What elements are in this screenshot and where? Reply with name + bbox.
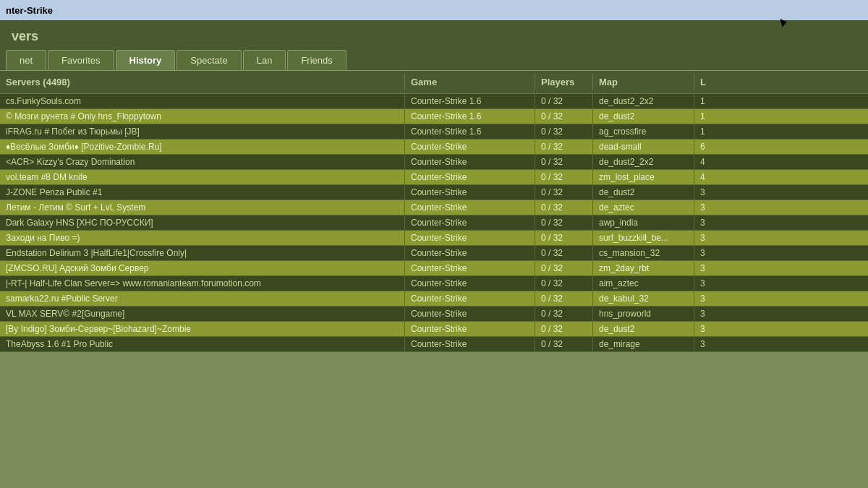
server-players: 0 / 32 bbox=[535, 155, 593, 169]
server-latency: 3 bbox=[694, 246, 738, 260]
table-row[interactable]: ♦Весёлые Зомби♦ [Pozitive-Zombie.Ru]Coun… bbox=[0, 140, 868, 155]
window-title: nter-Strike bbox=[6, 5, 53, 16]
server-name: Dark Galaxy HNS [ХНС ПО-РУССКИ] bbox=[0, 215, 405, 230]
window-body: vers netFavoritesHistorySpectateLanFrien… bbox=[0, 20, 868, 352]
table-row[interactable]: J-ZONE Penza Public #1Counter-Strike0 / … bbox=[0, 185, 868, 200]
server-name: samarka22.ru #Public Server bbox=[0, 291, 405, 306]
server-game: Counter-Strike bbox=[405, 155, 535, 169]
tab-internet[interactable]: net bbox=[6, 50, 46, 70]
server-latency: 1 bbox=[694, 94, 738, 108]
table-row[interactable]: Летим - Летим © Surf + LvL SystemCounter… bbox=[0, 200, 868, 215]
server-players: 0 / 32 bbox=[535, 215, 593, 230]
server-map: de_mirage bbox=[593, 337, 694, 351]
header-servers[interactable]: Servers (4498) bbox=[0, 74, 405, 90]
page-title: vers bbox=[0, 26, 868, 50]
server-name: vol.team #8 DM knife bbox=[0, 170, 405, 184]
table-row[interactable]: © Мозги рунета # Only hns_FloppytownCoun… bbox=[0, 109, 868, 124]
server-players: 0 / 32 bbox=[535, 246, 593, 260]
server-game: Counter-Strike bbox=[405, 322, 535, 336]
server-latency: 3 bbox=[694, 185, 738, 200]
server-map: zm_lost_place bbox=[593, 170, 694, 184]
server-game: Counter-Strike bbox=[405, 140, 535, 154]
tab-lan[interactable]: Lan bbox=[243, 50, 286, 70]
server-players: 0 / 32 bbox=[535, 337, 593, 351]
server-map: hns_proworld bbox=[593, 307, 694, 321]
header-game[interactable]: Game bbox=[405, 74, 535, 90]
tab-bar: netFavoritesHistorySpectateLanFriends bbox=[0, 50, 868, 70]
server-game: Counter-Strike bbox=[405, 276, 535, 291]
server-game: Counter-Strike bbox=[405, 246, 535, 260]
server-latency: 6 bbox=[694, 140, 738, 154]
table-row[interactable]: Endstation Delirium 3 |HalfLife1|Crossfi… bbox=[0, 246, 868, 261]
server-players: 0 / 32 bbox=[535, 261, 593, 275]
server-map: awp_india bbox=[593, 215, 694, 230]
server-players: 0 / 32 bbox=[535, 231, 593, 245]
table-row[interactable]: iFRAG.ru # Побег из Тюрьмы [JB]Counter-S… bbox=[0, 124, 868, 140]
table-row[interactable]: [By Indigo] Зомби-Сервер~[Biohazard]~Zom… bbox=[0, 322, 868, 337]
server-name: Заходи на Пиво =) bbox=[0, 231, 405, 245]
server-game: Counter-Strike 1.6 bbox=[405, 109, 535, 124]
tab-friends[interactable]: Friends bbox=[287, 50, 346, 70]
server-latency: 3 bbox=[694, 215, 738, 230]
table-row[interactable]: <ACR> Kizzy's Crazy DominationCounter-St… bbox=[0, 155, 868, 170]
server-map: de_dust2 bbox=[593, 322, 694, 336]
server-players: 0 / 32 bbox=[535, 291, 593, 306]
server-table-container: Servers (4498)GamePlayersMapL cs.FunkySo… bbox=[0, 70, 868, 352]
server-name: [ZMCSO.RU] Адский Зомби Сервер bbox=[0, 261, 405, 275]
server-name: iFRAG.ru # Побег из Тюрьмы [JB] bbox=[0, 124, 405, 139]
server-game: Counter-Strike bbox=[405, 200, 535, 215]
table-row[interactable]: |-RT-| Half-Life Clan Server=> www.roman… bbox=[0, 276, 868, 291]
server-players: 0 / 32 bbox=[535, 322, 593, 336]
server-map: de_dust2_2x2 bbox=[593, 155, 694, 169]
server-map: de_kabul_32 bbox=[593, 291, 694, 306]
tab-history[interactable]: History bbox=[116, 50, 176, 70]
server-players: 0 / 32 bbox=[535, 276, 593, 291]
server-name: Летим - Летим © Surf + LvL System bbox=[0, 200, 405, 215]
server-game: Counter-Strike 1.6 bbox=[405, 94, 535, 108]
server-name: |-RT-| Half-Life Clan Server=> www.roman… bbox=[0, 276, 405, 291]
table-row[interactable]: [ZMCSO.RU] Адский Зомби СерверCounter-St… bbox=[0, 261, 868, 276]
server-players: 0 / 32 bbox=[535, 94, 593, 108]
server-map: de_aztec bbox=[593, 200, 694, 215]
table-row[interactable]: Заходи на Пиво =)Counter-Strike0 / 32sur… bbox=[0, 231, 868, 246]
server-latency: 1 bbox=[694, 109, 738, 124]
server-name: ♦Весёлые Зомби♦ [Pozitive-Zombie.Ru] bbox=[0, 140, 405, 154]
server-latency: 1 bbox=[694, 124, 738, 139]
server-players: 0 / 32 bbox=[535, 140, 593, 154]
header-map[interactable]: Map bbox=[593, 74, 694, 90]
header-latency[interactable]: L bbox=[694, 74, 738, 90]
server-map: de_dust2 bbox=[593, 185, 694, 200]
server-map: zm_2day_rbt bbox=[593, 261, 694, 275]
table-row[interactable]: vol.team #8 DM knifeCounter-Strike0 / 32… bbox=[0, 170, 868, 185]
server-list: cs.FunkySouls.comCounter-Strike 1.60 / 3… bbox=[0, 94, 868, 352]
server-players: 0 / 32 bbox=[535, 124, 593, 139]
server-players: 0 / 32 bbox=[535, 200, 593, 215]
server-latency: 4 bbox=[694, 170, 738, 184]
server-name: © Мозги рунета # Only hns_Floppytown bbox=[0, 109, 405, 124]
server-game: Counter-Strike bbox=[405, 307, 535, 321]
server-players: 0 / 32 bbox=[535, 185, 593, 200]
server-name: VL MAX SERV© #2[Gungame] bbox=[0, 307, 405, 321]
server-map: dead-small bbox=[593, 140, 694, 154]
server-game: Counter-Strike bbox=[405, 337, 535, 351]
tab-spectate[interactable]: Spectate bbox=[176, 50, 241, 70]
table-row[interactable]: TheAbyss 1.6 #1 Pro PublicCounter-Strike… bbox=[0, 337, 868, 352]
tab-favorites[interactable]: Favorites bbox=[48, 50, 114, 70]
table-row[interactable]: VL MAX SERV© #2[Gungame]Counter-Strike0 … bbox=[0, 307, 868, 322]
server-latency: 3 bbox=[694, 307, 738, 321]
server-latency: 3 bbox=[694, 200, 738, 215]
server-map: ag_crossfire bbox=[593, 124, 694, 139]
server-game: Counter-Strike bbox=[405, 170, 535, 184]
table-row[interactable]: cs.FunkySouls.comCounter-Strike 1.60 / 3… bbox=[0, 94, 868, 109]
server-name: [By Indigo] Зомби-Сервер~[Biohazard]~Zom… bbox=[0, 322, 405, 336]
server-game: Counter-Strike bbox=[405, 185, 535, 200]
table-row[interactable]: samarka22.ru #Public ServerCounter-Strik… bbox=[0, 291, 868, 307]
header-players[interactable]: Players bbox=[535, 74, 593, 90]
server-latency: 3 bbox=[694, 276, 738, 291]
server-map: cs_mansion_32 bbox=[593, 246, 694, 260]
server-name: cs.FunkySouls.com bbox=[0, 94, 405, 108]
table-row[interactable]: Dark Galaxy HNS [ХНС ПО-РУССКИ]Counter-S… bbox=[0, 215, 868, 231]
server-players: 0 / 32 bbox=[535, 109, 593, 124]
server-name: Endstation Delirium 3 |HalfLife1|Crossfi… bbox=[0, 246, 405, 260]
server-latency: 3 bbox=[694, 322, 738, 336]
